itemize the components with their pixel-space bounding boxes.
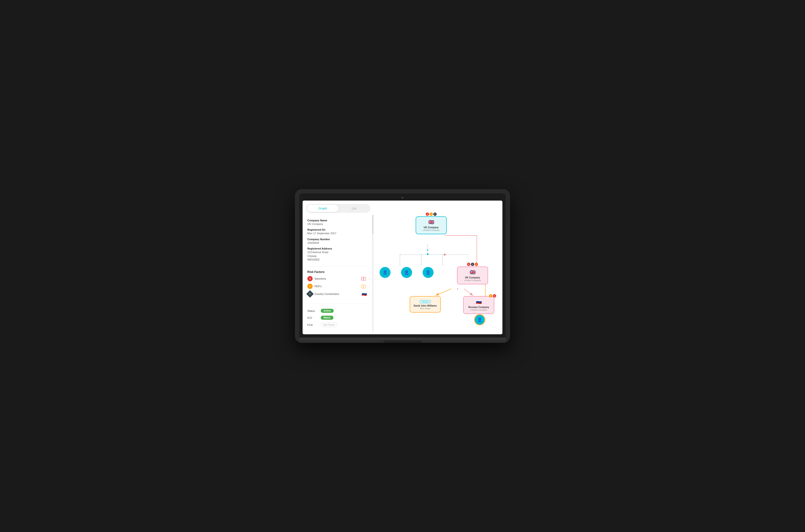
uk-top-flag: 🇬🇧 (428, 219, 434, 225)
peps-count: 1 (361, 285, 366, 288)
laptop-container: Graph List Company Name UK Company Regis… (295, 189, 510, 343)
fca-notfound-badge: Not Found (321, 323, 337, 327)
address-value: 123 Avenue Road Cityway NW183EE (307, 250, 369, 262)
tab-graph[interactable]: Graph (307, 205, 339, 212)
country-row[interactable]: T Country Connections 🇷🇺 › (307, 291, 369, 297)
russian-company-node[interactable]: O S 🇷🇺 Russian Company Limited Company (463, 296, 494, 314)
risk-section: Risk Factors S Sanctions 2 › P (303, 269, 374, 301)
russian-type: Limited Company (467, 309, 491, 311)
country-chevron: › (369, 293, 369, 296)
country-flag: 🇷🇺 (362, 291, 367, 297)
svg-line-7 (464, 289, 473, 295)
uk-company-top-node[interactable]: S P T 🇬🇧 UK Company Limited Company (416, 212, 447, 234)
director-node[interactable]: Director David John Williams 90% Share (410, 296, 441, 312)
risk-title: Risk Factors (307, 270, 369, 274)
laptop-base (299, 338, 506, 343)
tab-container: Graph List (307, 204, 370, 213)
person-circle-4-wrapper: 👤 (474, 314, 485, 325)
sanctions-count: 2 (361, 277, 366, 281)
ico-row: ICO Match (307, 316, 369, 320)
company-number-value: 10620944 (307, 241, 369, 245)
person-icon-2: 👤 (404, 270, 409, 275)
person-circle-3[interactable]: 👤 (423, 267, 434, 278)
person-circle-2[interactable]: 👤 (401, 267, 412, 278)
badge-o-russian: O (489, 294, 492, 298)
status-section: Status Active ICO Match FCA Not Found (303, 306, 374, 332)
left-panel: Graph List Company Name UK Company Regis… (303, 201, 374, 334)
ico-match-badge: Match (321, 316, 333, 320)
badge-t-second: T (471, 263, 474, 266)
status-label: Status (307, 309, 318, 312)
screen: Graph List Company Name UK Company Regis… (303, 201, 502, 334)
status-row: Status Active (307, 309, 369, 313)
peps-chevron: › (369, 285, 369, 288)
company-number-label: Company Number (307, 238, 369, 241)
registered-label: Registered On (307, 228, 369, 231)
svg-marker-8 (427, 249, 428, 251)
badge-s-second: S (467, 263, 470, 266)
badge-f-second: F (475, 263, 478, 266)
director-label: Director (420, 300, 431, 303)
svg-point-9 (427, 253, 428, 255)
person-icon-1: 👤 (382, 270, 388, 275)
person-circle-1[interactable]: 👤 (380, 267, 390, 278)
peps-row[interactable]: P PEP's 1 › (307, 284, 369, 289)
svg-point-5 (444, 253, 446, 256)
graph-area: S P T 🇬🇧 UK Company Limited Company (374, 201, 502, 334)
company-info: Company Name UK Company Registered On Mo… (303, 215, 374, 264)
fca-row: FCA Not Found (307, 323, 369, 327)
company-name-value: UK Company (307, 222, 369, 226)
status-active-badge: Active (321, 309, 334, 313)
person-icon-3: 👤 (425, 270, 431, 275)
peps-badge: P (307, 284, 313, 289)
screen-bezel: Graph List Company Name UK Company Regis… (299, 193, 506, 338)
divider-2 (307, 304, 369, 304)
peps-label: PEP's (314, 285, 359, 288)
registered-value: Mon 17 September 2017 (307, 232, 369, 235)
badge-s-top: S (426, 212, 429, 216)
director-name: David John Williams (414, 304, 437, 307)
russian-name: Russian Company (467, 306, 491, 309)
scrollbar-track[interactable] (372, 215, 373, 332)
address-label: Registered Address (307, 247, 369, 250)
uk-second-flag: 🇬🇧 (461, 269, 484, 275)
sanctions-row[interactable]: S Sanctions 2 › (307, 276, 369, 281)
uk-top-name: UK Company (424, 226, 439, 229)
russian-flag: 🇷🇺 (467, 299, 491, 305)
scrollbar-thumb[interactable] (372, 215, 373, 234)
uk-company-second-node[interactable]: S T F 🇬🇧 UK Company Limited Company (457, 263, 488, 284)
tab-list[interactable]: List (339, 205, 370, 212)
badge-t-top: T (433, 212, 437, 216)
badge-s-russian: S (493, 294, 496, 298)
uk-second-type: Limited Company (461, 279, 484, 282)
svg-marker-10 (457, 288, 458, 290)
svg-line-6 (436, 289, 451, 295)
ico-label: ICO (307, 316, 318, 319)
badge-p-top: P (429, 212, 433, 216)
director-share: 90% Share (414, 307, 437, 310)
person-circle-4[interactable]: 👤 (474, 314, 485, 325)
country-label: Country Connections (314, 292, 360, 296)
uk-second-name: UK Company (461, 276, 484, 279)
company-name-label: Company Name (307, 219, 369, 222)
country-badge: T (306, 290, 314, 298)
persons-row: 👤 👤 👤 (380, 267, 434, 278)
sanctions-chevron: › (369, 278, 369, 280)
sanctions-label: Sanctions (314, 277, 359, 280)
right-panel: S P T 🇬🇧 UK Company Limited Company (374, 201, 502, 334)
person-icon-4: 👤 (477, 317, 482, 322)
camera (402, 197, 403, 199)
fca-label: FCA (307, 324, 318, 326)
uk-top-type: Limited Company (423, 229, 440, 231)
sanctions-badge: S (307, 276, 313, 281)
